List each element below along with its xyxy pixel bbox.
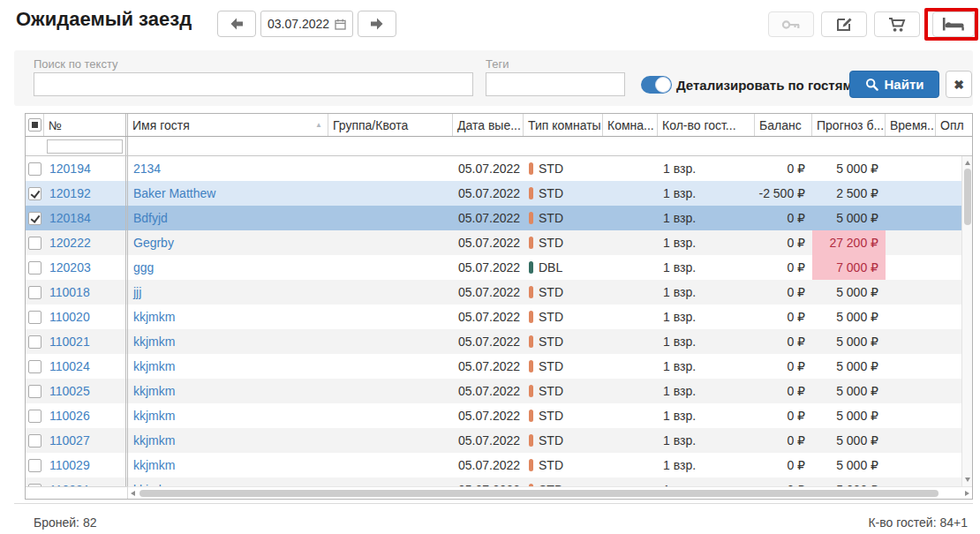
guest-name-link[interactable]: kkjmkm <box>133 458 175 472</box>
horizontal-scrollbar-thumb[interactable] <box>139 490 939 497</box>
tags-input[interactable] <box>486 72 625 96</box>
row-checkbox[interactable] <box>28 261 41 275</box>
key-button[interactable] <box>768 11 814 37</box>
guest-name-link[interactable]: kkjmkm <box>133 384 175 398</box>
booking-id-link[interactable]: 120222 <box>49 236 91 250</box>
row-checkbox[interactable] <box>28 459 41 472</box>
row-checkbox-cell <box>26 280 44 305</box>
table-row[interactable]: 110020kkjmkm05.07.2022STD1 взр.0 ₽5 000 … <box>26 305 972 329</box>
table-row[interactable]: 110029kkjmkm05.07.2022STD1 взр.0 ₽5 000 … <box>26 453 972 478</box>
column-header-paid[interactable]: Опл <box>936 114 972 136</box>
column-header-time[interactable]: Время... <box>886 114 936 136</box>
balance-cell: 0 ₽ <box>755 329 812 354</box>
table-row[interactable]: 120203ggg05.07.2022DBL1 взр.0 ₽7 000 ₽ <box>26 255 972 280</box>
row-checkbox-cell <box>26 230 44 255</box>
next-day-button[interactable] <box>358 11 396 37</box>
table-row[interactable]: 120184Bdfyjd05.07.2022STD1 взр.0 ₽5 000 … <box>26 206 972 230</box>
find-button[interactable]: Найти <box>849 71 939 98</box>
table-row[interactable]: 120194213405.07.2022STD1 взр.0 ₽5 000 ₽ <box>26 156 972 181</box>
row-checkbox[interactable] <box>28 311 41 324</box>
guest-name-link[interactable]: Gegrby <box>133 236 174 250</box>
booking-id-cell: 110027 <box>44 428 128 453</box>
row-checkbox[interactable] <box>28 434 41 448</box>
column-header-room-type[interactable]: Тип комнаты <box>524 114 603 136</box>
row-checkbox[interactable] <box>28 162 41 176</box>
table-row[interactable]: 120222Gegrby05.07.2022STD1 взр.0 ₽27 200… <box>26 230 972 255</box>
column-header-guest-count[interactable]: Кол-во гост... <box>658 114 755 136</box>
row-checkbox[interactable] <box>28 335 41 349</box>
table-row[interactable]: 110018jjj05.07.2022STD1 взр.0 ₽5 000 ₽ <box>26 280 972 305</box>
booking-id-link[interactable]: 120203 <box>49 260 91 275</box>
column-header-id[interactable]: № <box>44 114 128 136</box>
column-header-forecast[interactable]: Прогноз б... <box>812 114 886 136</box>
booking-id-link[interactable]: 110027 <box>49 433 90 448</box>
room-type-color-pill <box>529 360 533 372</box>
guest-name-link[interactable]: kkjmkm <box>133 359 175 373</box>
table-row[interactable]: 110024kkjmkm05.07.2022STD1 взр.0 ₽5 000 … <box>26 354 972 379</box>
booking-id-link[interactable]: 110020 <box>49 310 90 324</box>
key-icon <box>781 19 801 31</box>
table-row[interactable]: 110031kkjmkm05.07.2022STD1 взр.0 ₽5 000 … <box>26 478 972 486</box>
row-checkbox[interactable] <box>28 212 41 225</box>
row-checkbox[interactable] <box>28 385 41 398</box>
booking-id-link[interactable]: 110025 <box>49 384 90 398</box>
checkin-bed-button[interactable] <box>932 11 975 37</box>
row-checkbox[interactable] <box>28 410 41 423</box>
row-checkbox[interactable] <box>28 237 41 250</box>
room-type-label: DBL <box>539 260 562 275</box>
scroll-down-icon[interactable] <box>965 478 970 482</box>
select-all-checkbox[interactable] <box>28 118 41 132</box>
table-row[interactable]: 120192Baker Matthew05.07.2022STD1 взр.-2… <box>26 181 972 206</box>
booking-id-link[interactable]: 110026 <box>49 409 90 423</box>
booking-id-link[interactable]: 110024 <box>49 359 90 373</box>
row-checkbox[interactable] <box>28 286 41 299</box>
booking-id-link[interactable]: 120184 <box>49 211 91 225</box>
column-header-guest-name[interactable]: Имя гостя▲ <box>128 114 328 136</box>
table-row[interactable]: 110025kkjmkm05.07.2022STD1 взр.0 ₽5 000 … <box>26 379 972 403</box>
guest-name-link[interactable]: Bdfyjd <box>133 211 168 225</box>
vertical-scrollbar[interactable] <box>961 156 972 486</box>
guest-name-link[interactable]: jjj <box>133 285 141 299</box>
table-row[interactable]: 110027kkjmkm05.07.2022STD1 взр.0 ₽5 000 … <box>26 428 972 453</box>
row-checkbox-cell <box>26 329 44 354</box>
guest-name-link[interactable]: kkjmkm <box>133 335 175 349</box>
guest-name-link[interactable]: kkjmkm <box>133 409 175 423</box>
forecast-cell: 5 000 ₽ <box>812 403 886 428</box>
guest-name-cell: Bdfyjd <box>128 206 328 230</box>
column-header-balance[interactable]: Баланс <box>755 114 812 136</box>
guest-name-link[interactable]: 2134 <box>133 162 161 176</box>
horizontal-scrollbar[interactable] <box>128 486 972 499</box>
bed-icon <box>942 17 965 32</box>
booking-id-link[interactable]: 110021 <box>49 335 90 349</box>
column-header-room[interactable]: Комна... <box>603 114 658 136</box>
clear-search-button[interactable]: ✖ <box>946 71 972 98</box>
guest-name-link[interactable]: kkjmkm <box>133 433 175 448</box>
vertical-scrollbar-thumb[interactable] <box>964 169 971 225</box>
detail-by-guests-toggle[interactable] <box>641 76 672 94</box>
scroll-left-icon[interactable] <box>131 491 135 496</box>
date-input[interactable]: 03.07.2022 <box>260 11 353 37</box>
cart-button[interactable] <box>874 11 920 37</box>
guest-name-link[interactable]: Baker Matthew <box>133 186 215 200</box>
guest-name-link[interactable]: kkjmkm <box>133 310 175 324</box>
sort-asc-icon: ▲ <box>315 121 322 129</box>
booking-id-link[interactable]: 110029 <box>49 458 90 472</box>
id-filter-input[interactable] <box>47 139 123 154</box>
booking-id-link[interactable]: 120192 <box>49 186 91 200</box>
table-row[interactable]: 110021kkjmkm05.07.2022STD1 взр.0 ₽5 000 … <box>26 329 972 354</box>
column-header-checkout-date[interactable]: Дата вые... <box>453 114 524 136</box>
scroll-up-icon[interactable] <box>965 161 970 165</box>
prev-day-button[interactable] <box>217 11 256 37</box>
scroll-right-icon[interactable] <box>965 491 969 496</box>
table-row[interactable]: 110026kkjmkm05.07.2022STD1 взр.0 ₽5 000 … <box>26 403 972 428</box>
edit-button[interactable] <box>821 11 867 37</box>
booking-id-link[interactable]: 110018 <box>49 285 90 299</box>
row-checkbox[interactable] <box>28 360 41 373</box>
search-text-input[interactable] <box>34 72 473 96</box>
column-header-group[interactable]: Группа/Квота <box>328 114 453 136</box>
group-cell <box>328 379 453 403</box>
booking-id-link[interactable]: 120194 <box>49 162 91 176</box>
row-checkbox[interactable] <box>28 187 41 200</box>
time-cell <box>886 206 936 230</box>
guest-name-link[interactable]: ggg <box>133 260 154 275</box>
